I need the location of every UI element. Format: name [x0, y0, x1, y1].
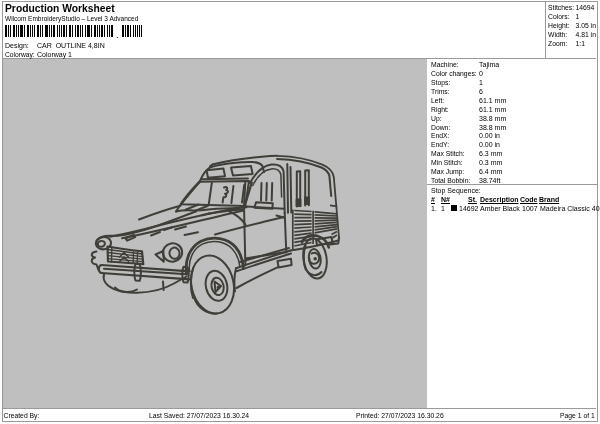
svg-text:,: ,: [116, 30, 119, 39]
